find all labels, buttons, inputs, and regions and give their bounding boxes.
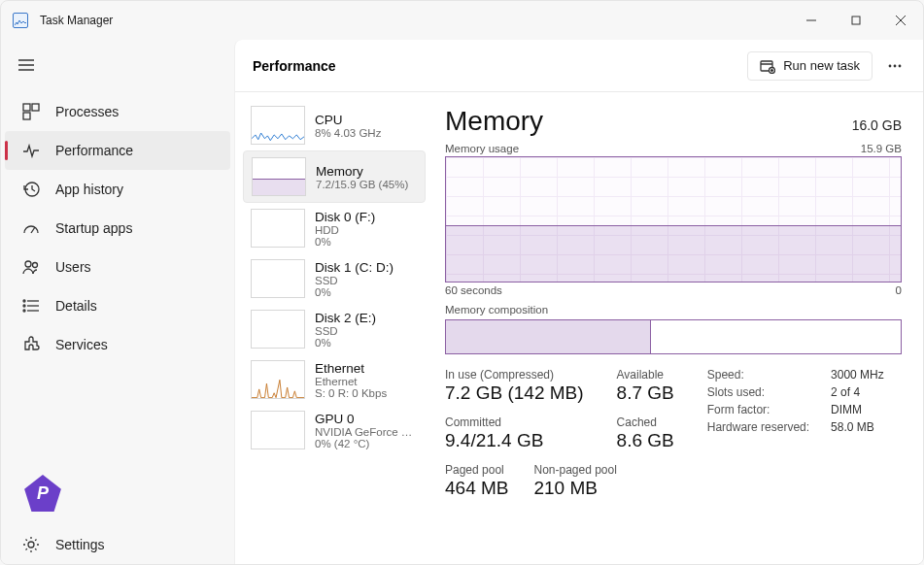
perf-item-disk1[interactable]: Disk 1 (C: D:) SSD 0% <box>243 253 426 304</box>
perf-item-name: Disk 2 (E:) <box>315 311 376 325</box>
svg-point-19 <box>23 310 25 312</box>
promo-letter: P <box>22 473 63 514</box>
x-axis-left: 60 seconds <box>445 284 502 296</box>
perf-item-disk0[interactable]: Disk 0 (F:) HDD 0% <box>243 203 426 253</box>
perf-item-sub2: 0% <box>315 236 375 248</box>
memory-total: 16.0 GB <box>852 117 902 133</box>
svg-point-12 <box>25 261 31 267</box>
perf-item-cpu[interactable]: CPU 8% 4.03 GHz <box>243 100 426 150</box>
nav-settings[interactable]: Settings <box>5 525 230 564</box>
activity-icon <box>22 142 40 159</box>
grid-icon <box>22 103 40 120</box>
svg-rect-8 <box>32 104 39 111</box>
run-new-task-button[interactable]: Run new task <box>747 51 873 81</box>
nav-label: Services <box>55 337 108 352</box>
nav-label: Processes <box>55 104 119 119</box>
perf-item-disk2[interactable]: Disk 2 (E:) SSD 0% <box>243 304 426 354</box>
paged-pool-label: Paged pool <box>445 463 508 477</box>
minimize-button[interactable] <box>789 1 834 40</box>
nav-label: Settings <box>55 537 105 552</box>
available-value: 8.7 GB <box>617 382 674 404</box>
perf-item-sub: NVIDIA GeForce R... <box>315 426 418 438</box>
perf-item-sub: 7.2/15.9 GB (45%) <box>316 179 408 190</box>
perf-item-sub2: 0% <box>315 286 394 298</box>
perf-item-name: Disk 0 (F:) <box>315 210 375 224</box>
nav-details[interactable]: Details <box>5 286 230 325</box>
perf-item-sub2: S: 0 R: 0 Kbps <box>315 387 387 399</box>
perf-item-name: Disk 1 (C: D:) <box>315 260 394 275</box>
memory-detail-pane: Memory 16.0 GB Memory usage 15.9 GB 60 s… <box>429 92 923 564</box>
committed-value: 9.4/21.4 GB <box>445 430 584 451</box>
cpu-thumb <box>251 106 305 145</box>
disk-thumb <box>251 259 305 298</box>
svg-point-28 <box>894 64 897 67</box>
disk-thumb <box>251 209 305 248</box>
paged-pool-value: 464 MB <box>445 478 508 499</box>
ethernet-thumb <box>251 360 305 399</box>
usage-chart-label: Memory usage <box>445 143 519 154</box>
disk-thumb <box>251 310 305 349</box>
nav-toggle-button[interactable] <box>7 48 46 83</box>
perf-item-gpu0[interactable]: GPU 0 NVIDIA GeForce R... 0% (42 °C) <box>243 405 426 455</box>
nav-processes[interactable]: Processes <box>5 92 230 131</box>
nonpaged-pool-label: Non-paged pool <box>533 463 616 477</box>
puzzle-icon <box>22 336 40 353</box>
perf-item-name: Ethernet <box>315 361 387 376</box>
svg-rect-7 <box>23 104 30 111</box>
detail-title: Memory <box>445 106 543 137</box>
cached-value: 8.6 GB <box>617 430 674 451</box>
committed-label: Committed <box>445 415 584 429</box>
composition-label: Memory composition <box>445 304 902 316</box>
nav-performance[interactable]: Performance <box>5 131 230 170</box>
gear-icon <box>22 536 40 553</box>
perf-item-name: GPU 0 <box>315 412 418 426</box>
nav-users[interactable]: Users <box>5 248 230 286</box>
promo-badge: P <box>22 473 63 514</box>
title-bar: Task Manager <box>1 1 923 40</box>
available-label: Available <box>617 368 674 382</box>
nav-startup-apps[interactable]: Startup apps <box>5 209 230 248</box>
memory-thumb <box>252 157 306 196</box>
more-button[interactable] <box>880 51 909 81</box>
history-icon <box>22 181 40 198</box>
users-icon <box>22 258 40 276</box>
in-use-value: 7.2 GB (142 MB) <box>445 382 584 404</box>
usage-chart-max: 15.9 GB <box>861 143 902 154</box>
run-task-icon <box>760 58 775 74</box>
window-title: Task Manager <box>40 14 113 27</box>
list-icon <box>22 297 40 315</box>
close-button[interactable] <box>878 1 923 40</box>
perf-item-sub2: 0% (42 °C) <box>315 438 418 449</box>
performance-resource-list: CPU 8% 4.03 GHz Memory 7.2/15.9 GB (45%) <box>235 92 429 564</box>
nav-label: App history <box>55 182 123 197</box>
svg-rect-9 <box>23 113 30 119</box>
perf-item-name: CPU <box>315 113 381 127</box>
nav-app-history[interactable]: App history <box>5 170 230 209</box>
perf-item-sub: SSD <box>315 275 394 286</box>
nonpaged-pool-value: 210 MB <box>533 478 616 499</box>
maximize-button[interactable] <box>834 1 878 40</box>
perf-item-sub: HDD <box>315 224 375 236</box>
svg-point-17 <box>23 300 25 302</box>
run-task-label: Run new task <box>783 58 860 73</box>
page-header: Performance Run new task <box>235 40 923 92</box>
svg-point-27 <box>889 64 892 67</box>
memory-composition-bar <box>445 319 902 354</box>
memory-properties-table: Speed:3000 MHz Slots used:2 of 4 Form fa… <box>707 368 884 434</box>
gpu-thumb <box>251 411 305 449</box>
perf-item-memory[interactable]: Memory 7.2/15.9 GB (45%) <box>243 150 426 203</box>
svg-line-11 <box>31 227 35 233</box>
perf-item-ethernet[interactable]: Ethernet Ethernet S: 0 R: 0 Kbps <box>243 354 426 405</box>
nav-services[interactable]: Services <box>5 325 230 364</box>
perf-item-sub: SSD <box>315 325 376 337</box>
perf-item-sub2: 0% <box>315 337 376 349</box>
nav-label: Performance <box>55 143 133 158</box>
perf-item-name: Memory <box>316 164 408 179</box>
perf-item-sub: 8% 4.03 GHz <box>315 127 381 139</box>
sidebar: Processes Performance App history Startu… <box>1 40 234 564</box>
nav-label: Details <box>55 298 97 314</box>
cached-label: Cached <box>617 415 674 429</box>
ellipsis-icon <box>888 64 902 68</box>
nav-label: Users <box>55 259 91 275</box>
svg-point-29 <box>899 64 902 67</box>
